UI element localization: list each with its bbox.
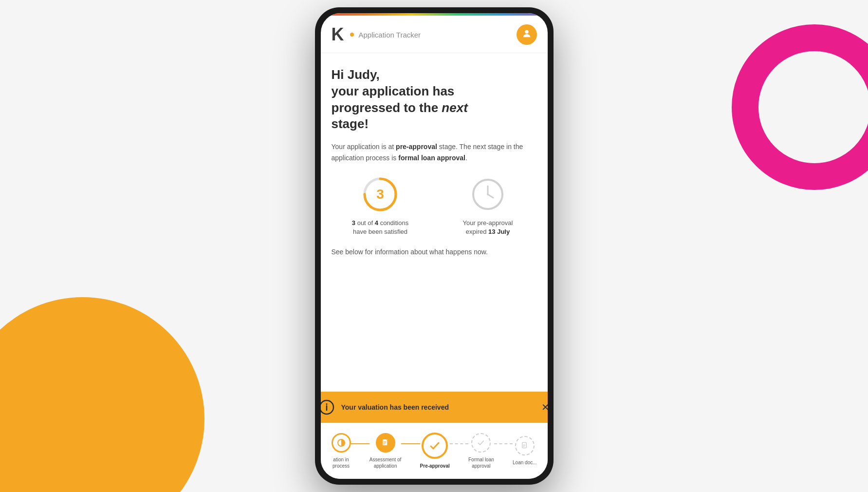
step-circle-1 xyxy=(332,433,351,453)
phone-screen: K Application Tracker Hi Judy, your xyxy=(321,13,548,479)
avatar-button[interactable] xyxy=(517,24,537,45)
description-text: Your application is at pre-approval stag… xyxy=(332,141,537,163)
svg-rect-13 xyxy=(522,442,526,448)
logo-dot xyxy=(350,33,354,37)
step-circle-3 xyxy=(422,433,448,459)
bg-yellow-circle xyxy=(0,297,204,492)
logo-dots xyxy=(350,33,354,37)
step-circle-4 xyxy=(471,433,491,453)
svg-point-6 xyxy=(487,193,489,195)
connector-4 xyxy=(494,443,513,444)
expiry-label: Your pre-approvalexpired 13 July xyxy=(463,219,513,236)
see-below-text: See below for information about what hap… xyxy=(332,248,537,256)
info-icon xyxy=(321,399,334,415)
logo-area: K Application Tracker xyxy=(332,26,421,43)
notification-close-button[interactable]: ✕ xyxy=(541,401,548,413)
connector-1 xyxy=(351,443,369,444)
expiry-stat: Your pre-approvalexpired 13 July xyxy=(439,175,537,236)
step-label-5: Loan doc... xyxy=(513,459,536,466)
step-assessment: Assessment ofapplication xyxy=(369,433,402,469)
step-label-1: ation inprocess xyxy=(332,456,350,469)
greeting-text: Hi Judy, your application has progressed… xyxy=(332,67,537,132)
step-formal-loan: Formal loanapproval xyxy=(468,433,494,469)
step-loan-doc: Loan doc... xyxy=(513,436,536,466)
step-circle-5 xyxy=(515,436,535,455)
app-title: Application Tracker xyxy=(359,31,421,39)
step-application-in-process: ation inprocess xyxy=(332,433,351,469)
conditions-label: 3 out of 4 conditionshave been satisfied xyxy=(352,219,408,236)
svg-point-9 xyxy=(326,403,327,405)
user-icon xyxy=(521,28,532,41)
step-circle-2 xyxy=(376,433,395,453)
notification-banner: Your valuation has been received ✕ xyxy=(321,392,548,423)
header: K Application Tracker xyxy=(321,16,548,53)
notification-text: Your valuation has been received xyxy=(341,403,535,411)
step-pre-approval: Pre-approval xyxy=(420,433,450,469)
connector-2 xyxy=(401,443,420,444)
step-label-3: Pre-approval xyxy=(420,463,450,469)
progress-tracker: ation inprocess Asse xyxy=(321,423,548,479)
conditions-number: 3 xyxy=(376,187,384,202)
logo-letter: K xyxy=(332,26,344,43)
tracker-steps-row: ation inprocess Asse xyxy=(332,433,537,469)
bg-pink-arc xyxy=(732,24,868,190)
connector-3 xyxy=(450,443,468,444)
phone-frame: K Application Tracker Hi Judy, your xyxy=(315,7,554,485)
step-label-2: Assessment ofapplication xyxy=(369,456,402,469)
svg-point-0 xyxy=(525,30,528,33)
next-stage-text: next xyxy=(442,100,467,115)
step-label-4: Formal loanapproval xyxy=(468,456,494,469)
main-content: Hi Judy, your application has progressed… xyxy=(321,53,548,392)
clock-icon-container xyxy=(468,175,507,214)
conditions-stat: 3 3 out of 4 conditionshave been satisfi… xyxy=(332,175,429,236)
conditions-circle: 3 xyxy=(361,175,400,214)
stats-row: 3 3 out of 4 conditionshave been satisfi… xyxy=(332,175,537,236)
